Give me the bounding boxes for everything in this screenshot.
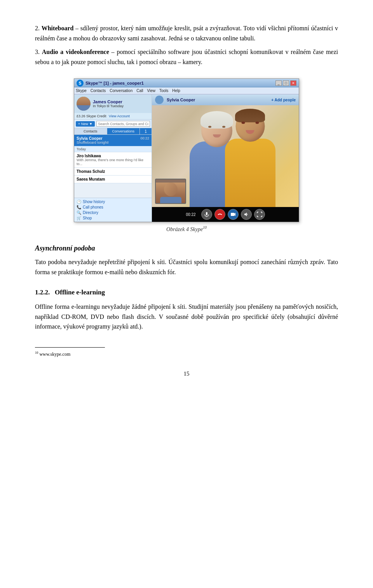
- svg-marker-4: [244, 212, 247, 216]
- call-person-name: Sylvia Cooper: [167, 97, 195, 102]
- profile-name: James Cooper: [93, 99, 149, 104]
- video-button[interactable]: [228, 209, 239, 220]
- menu-skype[interactable]: Skype: [76, 89, 87, 93]
- close-button[interactable]: ✕: [290, 80, 296, 86]
- contact-name-jiro: Jiro Ishikawa: [77, 154, 149, 158]
- kid-smile: [246, 130, 254, 134]
- profile-info: James Cooper In Tokyo til Tuesday: [93, 99, 149, 108]
- skype-logo-icon: S: [77, 80, 84, 87]
- item-3-paragraph: 3. Audio a videokonference – pomocí spec…: [35, 47, 338, 67]
- contact-time: 00:22: [140, 136, 149, 141]
- menu-view[interactable]: View: [147, 89, 155, 93]
- add-people-button[interactable]: + Add people: [271, 98, 296, 102]
- footnote-text: 10 www.skype.com: [35, 351, 338, 358]
- call-phones-link[interactable]: 📞Call phones: [77, 205, 149, 209]
- contact-name-sylvia: Sylvia Cooper: [77, 136, 103, 141]
- contact-thomas[interactable]: Thomas Schulz: [74, 168, 152, 176]
- svg-marker-3: [234, 213, 235, 216]
- skype-tabs: Contacts Conversations 1: [74, 128, 152, 135]
- skype-body: James Cooper In Tokyo til Tuesday £3.26 …: [74, 94, 299, 222]
- contact-msg-jiro: With Jemma, there's one more thing I'd l…: [77, 158, 149, 166]
- new-button[interactable]: + New ▼: [76, 121, 95, 127]
- item-2-bold: Whiteboard: [42, 25, 74, 31]
- small-video-overlay: [155, 179, 186, 204]
- skype-right-panel: Sylvia Cooper + Add people: [152, 94, 299, 222]
- caption-footnote-sup: 10: [203, 225, 207, 230]
- skype-window-title: Skype™ [1] - james_cooper1: [85, 81, 144, 85]
- contact-jiro[interactable]: Jiro Ishikawa With Jemma, there's one mo…: [74, 152, 152, 168]
- menu-tools[interactable]: Tools: [159, 89, 168, 93]
- search-input[interactable]: [96, 121, 150, 127]
- item-2-number: 2.: [35, 25, 42, 31]
- minimize-button[interactable]: _: [275, 80, 282, 86]
- view-account-link[interactable]: View Account: [109, 114, 130, 118]
- contact-saeea[interactable]: Saeea Muratam: [74, 176, 152, 183]
- grandma-eye-left: [208, 126, 211, 128]
- skype-menubar: Skype Contacts Conversation Call View To…: [74, 87, 299, 94]
- section-122-number: 1.2.2.: [35, 289, 55, 296]
- contact-sylvia[interactable]: Sylvia Cooper 00:22 Shuffleboard tonight…: [74, 135, 152, 146]
- asynchronous-heading: Asynchronní podoba: [35, 244, 338, 252]
- menu-contacts[interactable]: Contacts: [91, 89, 106, 93]
- video-area: [152, 105, 299, 207]
- directory-link[interactable]: 🔍Directory: [77, 210, 149, 215]
- skype-window: S Skype™ [1] - james_cooper1 _ □ ✕ Skype…: [74, 78, 299, 222]
- contact-msg-sylvia: Shuffleboard tonight!: [77, 141, 149, 144]
- call-header: Sylvia Cooper + Add people: [152, 94, 299, 105]
- mute-button[interactable]: [201, 209, 212, 220]
- call-controls: 00:22: [152, 207, 299, 222]
- svg-rect-2: [231, 213, 234, 216]
- menu-call[interactable]: Call: [136, 89, 143, 93]
- small-video-person: [156, 183, 185, 204]
- tab-contacts[interactable]: Contacts: [74, 128, 107, 134]
- skype-credit: £3.26 Skype Credit View Account: [74, 113, 152, 120]
- show-history-link[interactable]: 🕐Show history: [77, 200, 149, 204]
- page: 2. Whiteboard – sdílený prostor, který n…: [0, 0, 373, 389]
- menu-help[interactable]: Help: [172, 89, 180, 93]
- footnote-divider: [35, 347, 105, 348]
- new-button-area: + New ▼: [74, 120, 152, 128]
- kid-hair: [235, 109, 265, 122]
- tab-badge: 1: [140, 128, 152, 134]
- item-2-paragraph: 2. Whiteboard – sdílený prostor, který n…: [35, 23, 338, 43]
- call-avatar: [155, 96, 164, 104]
- page-number: 15: [184, 371, 190, 377]
- section-122-block: 1.2.2. Offline e-learning: [35, 289, 338, 296]
- asynchronous-para: Tato podoba nevyžaduje nepřetržité připo…: [35, 257, 338, 277]
- volume-button[interactable]: [241, 209, 252, 220]
- contact-name-saeea: Saeea Muratam: [77, 177, 149, 181]
- kid-eye-left: [241, 122, 245, 124]
- item-3-bold: Audio a videokonference: [42, 49, 109, 55]
- svg-rect-0: [206, 212, 207, 215]
- shop-link[interactable]: 🛒Shop: [77, 216, 149, 220]
- kid-eye-right: [255, 122, 259, 124]
- maximize-button[interactable]: □: [283, 80, 289, 86]
- contact-name-thomas: Thomas Schulz: [77, 169, 149, 174]
- profile-status: In Tokyo til Tuesday: [93, 104, 149, 108]
- call-timer: 00:22: [186, 212, 195, 217]
- item-2-text: – sdílený prostor, který nám umožňuje kr…: [35, 25, 338, 42]
- today-label: Today: [74, 146, 152, 152]
- skype-left-panel: James Cooper In Tokyo til Tuesday £3.26 …: [74, 94, 152, 222]
- tab-conversations[interactable]: Conversations: [107, 128, 140, 134]
- offline-elearning-para: Offline forma e-learningu nevyžaduje žád…: [35, 302, 338, 332]
- video-background: [152, 105, 299, 207]
- figure-skype: S Skype™ [1] - james_cooper1 _ □ ✕ Skype…: [35, 78, 338, 233]
- contact-list: Sylvia Cooper 00:22 Shuffleboard tonight…: [74, 135, 152, 198]
- bottom-links: 🕐Show history 📞Call phones 🔍Directory 🛒S…: [74, 198, 152, 222]
- section-122-heading: Offline e-learning: [55, 289, 105, 296]
- kid-figure: [213, 108, 287, 207]
- skype-profile: James Cooper In Tokyo til Tuesday: [74, 94, 152, 113]
- fullscreen-button[interactable]: [254, 209, 265, 220]
- kid-head: [235, 111, 265, 142]
- menu-conversation[interactable]: Conversation: [110, 89, 132, 93]
- figure-caption: Obrázek 4 Skype10: [166, 225, 207, 233]
- item-3-number: 3.: [35, 49, 42, 55]
- skype-titlebar: S Skype™ [1] - james_cooper1 _ □ ✕: [74, 79, 299, 87]
- end-call-button[interactable]: [214, 209, 225, 220]
- kid-body: [225, 139, 275, 207]
- avatar: [77, 97, 91, 111]
- window-controls: _ □ ✕: [275, 80, 296, 86]
